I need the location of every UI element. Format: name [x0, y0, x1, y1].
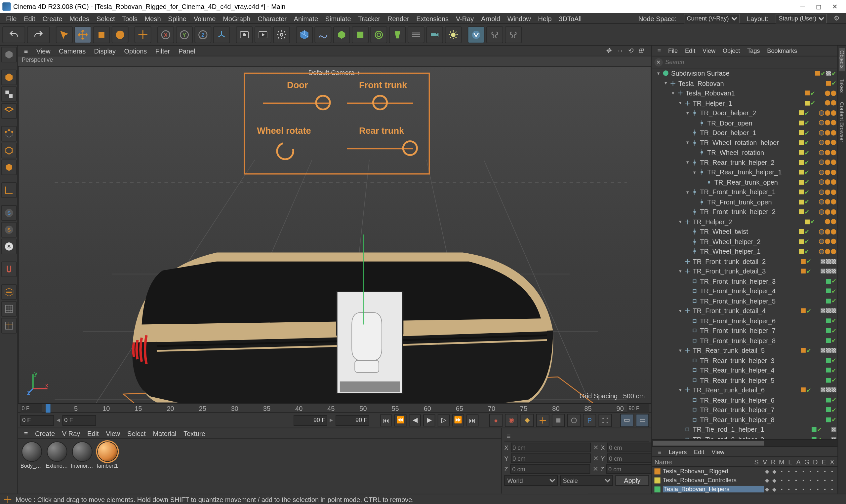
snap-toggle[interactable]	[1, 262, 17, 277]
tree-node[interactable]: TR_Front_trunk_helper_4 ✔	[652, 286, 838, 296]
menu-edit[interactable]: Edit	[20, 15, 39, 22]
node-name[interactable]: Tesla_Robovan1	[686, 90, 805, 97]
tree-node[interactable]: TR_Rear_trunk_open ✔	[652, 177, 838, 187]
dock-content-browser[interactable]: Content Browser	[839, 100, 845, 145]
layer-row[interactable]: Tesla_Robovan_ Rigged◆◆▪▪▪▪▪▪▪▪	[652, 467, 838, 475]
tree-twisty[interactable]: ▾	[677, 269, 683, 274]
add-light[interactable]	[445, 26, 462, 43]
undo-button[interactable]	[2, 26, 25, 43]
layer-row[interactable]: Tesla_Robovan_Helpers◆◆▪▪▪▪▪▪▪▪	[652, 485, 838, 493]
recent-tool[interactable]	[135, 26, 151, 43]
add-generator2[interactable]	[352, 26, 368, 43]
tree-node[interactable]: TR_Tie_rod_2_helper_2 ✔	[652, 435, 838, 439]
axis-mode[interactable]	[1, 182, 17, 198]
matmenu-edit[interactable]: Edit	[84, 430, 102, 437]
node-name[interactable]: TR_Door_open	[707, 119, 799, 126]
node-name[interactable]: TR_Rear_trunk_helper_5	[700, 377, 826, 384]
ommenu-tags[interactable]: Tags	[744, 47, 763, 54]
node-name[interactable]: Tesla_Robovan	[678, 79, 826, 87]
layermenu-layers[interactable]: Layers	[665, 448, 690, 455]
add-deformer[interactable]	[389, 26, 406, 43]
tree-twisty[interactable]: ▾	[677, 388, 683, 393]
axis-y-lock[interactable]: Y	[176, 26, 193, 43]
timeline-window-1[interactable]: ▭	[620, 414, 634, 427]
menu-arnold[interactable]: Arnold	[478, 15, 504, 22]
node-name[interactable]: TR_Wheel_rotation_helper	[700, 139, 799, 146]
tree-node[interactable]: ▾ TR_Front_trunk_helper_1 ✔	[652, 187, 838, 197]
timeline-window-2[interactable]: ▭	[636, 414, 649, 427]
make-editable[interactable]	[1, 47, 17, 62]
node-name[interactable]: TR_Front_trunk_detail_3	[693, 268, 801, 275]
tree-node[interactable]: ▾ TR_Door_helper_2 ✔	[652, 108, 838, 118]
frame-end-range[interactable]	[294, 415, 327, 426]
matmenu-select[interactable]: Select	[124, 430, 149, 437]
tree-node[interactable]: ▾ TR_Rear_trunk_helper_2 ✔	[652, 158, 838, 167]
move-tool[interactable]	[74, 26, 91, 43]
tree-twisty[interactable]: ▾	[656, 71, 661, 76]
layermenu-edit[interactable]: Edit	[690, 448, 708, 455]
node-name[interactable]: TR_Front_trunk_helper_2	[700, 209, 799, 216]
tree-node[interactable]: ▾ TR_Wheel_rotation_helper ✔	[652, 138, 838, 148]
viewport-menu-icon[interactable]: ≡	[20, 47, 31, 54]
node-name[interactable]: TR_Wheel_helper_1	[700, 248, 799, 255]
texture-mode[interactable]	[1, 87, 17, 102]
goto-end[interactable]: ⏭	[466, 414, 478, 426]
node-name[interactable]: TR_Tie_rod_1_helper_1	[693, 426, 812, 433]
node-name[interactable]: TR_Rear_trunk_helper_3	[700, 357, 826, 364]
tree-twisty[interactable]: ▾	[677, 101, 683, 106]
node-name[interactable]: TR_Front_trunk_detail_4	[693, 307, 801, 314]
keyframe-sel[interactable]: ◆	[520, 414, 534, 427]
tree-node[interactable]: TR_Front_trunk_helper_2 ✔	[652, 207, 838, 217]
layers-list[interactable]: Tesla_Robovan_ Rigged◆◆▪▪▪▪▪▪▪▪Tesla_Rob…	[652, 467, 838, 494]
menu-extensions[interactable]: Extensions	[413, 15, 452, 22]
step-back[interactable]: ◀	[409, 414, 421, 426]
tree-node[interactable]: ▾ TR_Helper_1 ✔	[652, 98, 838, 108]
tree-node[interactable]: TR_Tie_rod_1_helper_1 ✔	[652, 425, 838, 435]
key-pla[interactable]	[599, 414, 612, 427]
key-rot[interactable]	[567, 414, 581, 427]
menu-tools[interactable]: Tools	[118, 15, 141, 22]
node-name[interactable]: TR_Front_trunk_helper_7	[700, 327, 826, 334]
node-name[interactable]: TR_Rear_trunk_open	[714, 179, 799, 186]
tree-node[interactable]: TR_Front_trunk_helper_3 ✔	[652, 276, 838, 286]
step-forward[interactable]: ▷	[438, 414, 450, 426]
autokey-button[interactable]: ◉	[505, 414, 518, 427]
grid-snap[interactable]	[1, 301, 17, 317]
tree-node[interactable]: ▾ TR_Front_trunk_detail_3 ✔	[652, 266, 838, 276]
script-button-1[interactable]	[486, 26, 503, 43]
view-move-icon[interactable]: ✥	[606, 47, 614, 55]
polygons-mode[interactable]	[1, 160, 17, 175]
menu-animate[interactable]: Animate	[290, 15, 322, 22]
layer-row[interactable]: Tesla_Robovan_Controllers◆◆▪▪▪▪▪▪▪▪	[652, 475, 838, 485]
tree-node[interactable]: TR_Wheel_helper_2 ✔	[652, 236, 838, 246]
tree-node[interactable]: TR_Front_trunk_helper_7 ✔	[652, 326, 838, 336]
dock-objects[interactable]: Objects	[839, 48, 845, 71]
tree-node[interactable]: TR_Rear_trunk_helper_4 ✔	[652, 365, 838, 375]
script-button-2[interactable]	[505, 26, 522, 43]
node-name[interactable]: TR_Rear_trunk_helper_8	[700, 416, 826, 424]
frame-start-input[interactable]	[20, 415, 54, 426]
hud-rear-knob[interactable]	[402, 140, 418, 156]
node-name[interactable]: TR_Rear_trunk_helper_4	[700, 366, 826, 374]
vmenu-filter[interactable]: Filter	[152, 47, 174, 54]
material-0[interactable]: Body_M...	[20, 442, 43, 491]
hud-door-knob[interactable]	[315, 95, 331, 110]
coord-x[interactable]	[511, 443, 591, 452]
tree-node[interactable]: TR_Wheel_helper_1 ✔	[652, 246, 838, 256]
tree-node[interactable]: TR_Rear_trunk_helper_8 ✔	[652, 415, 838, 425]
node-name[interactable]: Subdivision Surface	[671, 70, 815, 77]
redo-button[interactable]	[27, 26, 50, 43]
node-name[interactable]: TR_Front_trunk_helper_1	[700, 188, 799, 196]
menu-help[interactable]: Help	[535, 15, 555, 22]
tree-node[interactable]: TR_Rear_trunk_helper_7 ✔	[652, 405, 838, 415]
node-name[interactable]: TR_Front_trunk_detail_2	[693, 258, 801, 265]
record-button[interactable]: ●	[489, 414, 502, 427]
key-pos[interactable]	[536, 414, 550, 427]
matmgr-menu-icon[interactable]: ≡	[20, 430, 31, 437]
timeline-end-cap[interactable]: 90 F	[627, 404, 649, 413]
viewport-solo-2[interactable]: S	[1, 222, 17, 237]
view-rotate-icon[interactable]: ⟲	[627, 47, 636, 55]
node-name[interactable]: TR_Rear_trunk_helper_7	[700, 406, 826, 414]
add-cube[interactable]	[296, 26, 313, 43]
add-environment[interactable]	[408, 26, 425, 43]
